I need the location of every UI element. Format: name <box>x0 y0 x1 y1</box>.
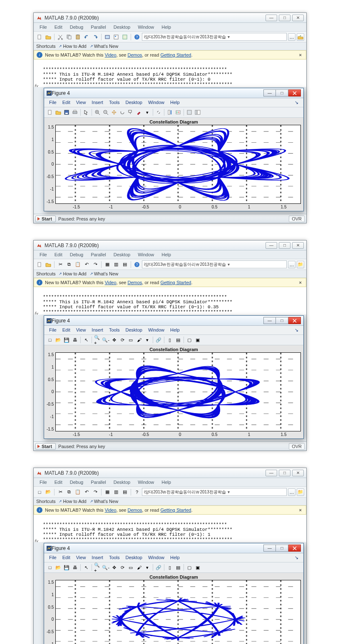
figure-minimize-button[interactable]: — <box>263 545 276 552</box>
colorbar-icon[interactable] <box>166 109 174 116</box>
video-link[interactable]: Video <box>105 508 117 513</box>
profiler-icon[interactable] <box>121 33 129 41</box>
getting-started-link[interactable]: Getting Started <box>160 52 191 57</box>
link-icon[interactable] <box>155 109 162 116</box>
fig-menu-file[interactable]: File <box>47 554 59 561</box>
pointer-icon[interactable]: ↖ <box>82 336 90 344</box>
figure-maximize-button[interactable]: □ <box>276 89 288 97</box>
figure-dock-icon[interactable]: ↘ <box>292 327 301 334</box>
print-icon[interactable] <box>71 109 79 116</box>
up-folder-button[interactable] <box>297 33 304 41</box>
fig-menu-view[interactable]: View <box>74 554 89 561</box>
link-icon[interactable]: 🔗 <box>155 564 162 571</box>
redo-icon[interactable] <box>92 33 99 41</box>
save-fig-icon[interactable]: 💾 <box>63 336 70 344</box>
whatsnew-link[interactable]: ↗What's New <box>90 271 118 276</box>
simulink-icon[interactable]: ▦ <box>104 261 111 268</box>
datatip-icon[interactable]: ▭ <box>127 564 134 571</box>
help-icon[interactable]: ? <box>133 261 141 268</box>
brush-icon[interactable]: 🖌 <box>135 336 143 344</box>
fig-menu-insert[interactable]: Insert <box>89 554 106 561</box>
menu-help[interactable]: Help <box>158 479 174 485</box>
maximize-button[interactable]: □ <box>279 15 290 21</box>
pan-icon[interactable] <box>110 109 118 116</box>
minimize-button[interactable]: — <box>266 15 277 21</box>
legend-icon[interactable]: ▤ <box>174 564 182 571</box>
rotate-icon[interactable] <box>119 109 126 116</box>
simulink-icon[interactable]: ▦ <box>104 488 111 496</box>
video-link[interactable]: Video <box>105 280 117 285</box>
current-folder-path[interactable]: i양대2013₩전공학습동아리₩2013전공학습▾ <box>142 33 287 41</box>
path-dropdown-icon[interactable]: ▾ <box>226 490 232 494</box>
fig-menu-tools[interactable]: Tools <box>107 99 122 106</box>
save-fig-icon[interactable]: 💾 <box>63 564 70 571</box>
menu-debug[interactable]: Debug <box>67 24 87 30</box>
fig-menu-view[interactable]: View <box>74 99 89 106</box>
show-tools-icon[interactable]: ▣ <box>194 336 201 344</box>
banner-close-button[interactable]: × <box>298 508 303 513</box>
paste-icon[interactable]: 📋 <box>74 261 82 268</box>
current-folder-path[interactable]: i양대2013₩전공학습동아리₩2013전공학습▾ <box>142 488 287 496</box>
fig-menu-tools[interactable]: Tools <box>107 554 122 561</box>
minimize-button[interactable]: — <box>266 470 277 476</box>
menu-window[interactable]: Window <box>134 251 157 258</box>
whatsnew-link[interactable]: ↗What's New <box>90 44 118 49</box>
guide-icon[interactable]: ▥ <box>112 488 120 496</box>
menu-parallel[interactable]: Parallel <box>87 251 109 258</box>
start-button[interactable]: Start <box>35 215 56 222</box>
figure-close-button[interactable] <box>288 545 301 552</box>
link-icon[interactable]: 🔗 <box>155 336 162 344</box>
undo-icon[interactable]: ↶ <box>83 261 90 268</box>
axes-box[interactable] <box>55 125 301 204</box>
show-tools-icon[interactable]: ▣ <box>194 564 201 571</box>
browse-folder-button[interactable]: … <box>288 488 295 496</box>
current-folder-path[interactable]: i양대2013₩전공학습동아리₩2013전공학습▾ <box>142 260 287 268</box>
new-fig-icon[interactable]: □ <box>46 336 54 344</box>
fig-menu-file[interactable]: File <box>47 327 59 334</box>
maximize-button[interactable]: □ <box>279 470 290 476</box>
fig-menu-desktop[interactable]: Desktop <box>123 327 145 334</box>
menu-file[interactable]: File <box>36 24 50 30</box>
zoom-out-icon[interactable]: 🔍- <box>102 336 109 344</box>
guide-icon[interactable]: ▥ <box>112 261 120 268</box>
command-window[interactable]: ****************************************… <box>34 515 306 542</box>
menu-file[interactable]: File <box>36 251 50 258</box>
brush-dd-icon[interactable]: ▾ <box>144 564 151 571</box>
show-tools-icon[interactable] <box>194 109 201 116</box>
zoom-out-icon[interactable] <box>102 109 109 116</box>
command-window[interactable]: ****************************************… <box>34 59 306 87</box>
open-fig-icon[interactable]: 📂 <box>55 564 62 571</box>
paste-icon[interactable] <box>74 33 82 41</box>
new-fig-icon[interactable] <box>46 109 54 116</box>
whatsnew-link[interactable]: ↗What's New <box>90 499 118 504</box>
fig-menu-edit[interactable]: Edit <box>60 327 73 334</box>
howto-link[interactable]: ↗How to Add <box>59 499 86 504</box>
datatip-icon[interactable]: ▭ <box>127 336 134 344</box>
menu-parallel[interactable]: Parallel <box>87 24 109 30</box>
brush-dd-icon[interactable]: ▾ <box>144 336 151 344</box>
fig-menu-file[interactable]: File <box>47 99 59 106</box>
paste-icon[interactable]: 📋 <box>74 488 82 496</box>
zoom-out-icon[interactable]: 🔍- <box>102 564 109 571</box>
start-button[interactable]: Start <box>35 443 56 450</box>
banner-close-button[interactable]: × <box>298 280 303 285</box>
undo-icon[interactable]: ↶ <box>83 488 90 496</box>
fig-menu-help[interactable]: Help <box>168 99 182 106</box>
fig-menu-tools[interactable]: Tools <box>107 327 122 334</box>
redo-icon[interactable]: ↷ <box>92 261 99 268</box>
figure-dock-icon[interactable]: ↘ <box>292 99 301 106</box>
profiler-icon[interactable]: ▤ <box>121 488 129 496</box>
print-icon[interactable]: 🖶 <box>71 336 79 344</box>
open-icon[interactable] <box>45 33 52 41</box>
help-icon[interactable]: ? <box>133 33 141 41</box>
path-dropdown-icon[interactable]: ▾ <box>226 262 232 267</box>
legend-icon[interactable] <box>174 109 182 116</box>
hide-tools-icon[interactable]: ▢ <box>186 564 193 571</box>
pointer-icon[interactable] <box>82 109 90 116</box>
cut-icon[interactable]: ✂ <box>57 488 64 496</box>
close-button[interactable]: ✕ <box>292 15 304 21</box>
hide-tools-icon[interactable] <box>186 109 193 116</box>
print-icon[interactable]: 🖶 <box>71 564 79 571</box>
demos-link[interactable]: Demos <box>128 280 142 285</box>
up-folder-button[interactable]: 📁 <box>297 488 304 496</box>
